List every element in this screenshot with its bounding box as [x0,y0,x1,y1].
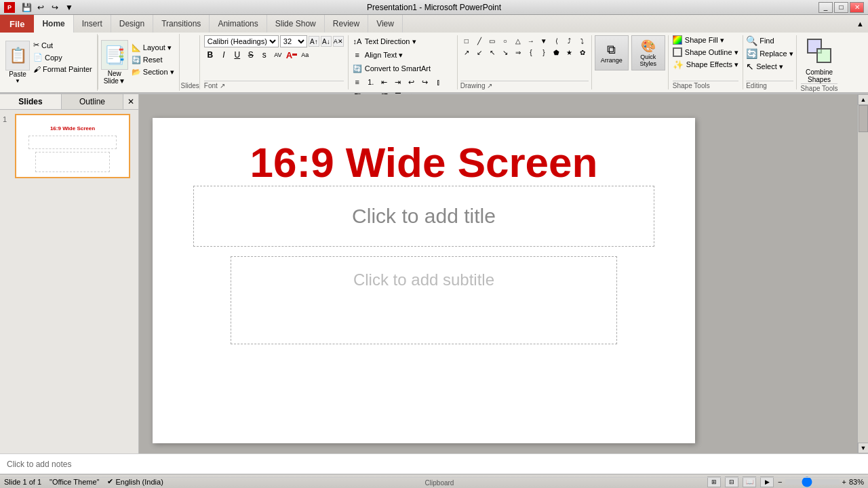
shape-btn-14[interactable]: ⇒ [512,47,524,58]
char-spacing-button[interactable]: AV [272,49,284,61]
clear-formatting-button[interactable]: A✕ [333,36,344,47]
reset-button[interactable]: 🔄 Reset [130,55,176,65]
select-button[interactable]: ↖ Select ▾ [746,61,793,72]
underline-button[interactable]: U [231,49,243,61]
bullets-button[interactable]: ≡ [351,76,363,88]
shape-btn-line[interactable]: ╱ [473,35,486,46]
qa-dropdown-button[interactable]: ▼ [63,1,75,14]
shape-outline-button[interactable]: Shape Outline ▾ [673,47,738,57]
shape-btn-7[interactable]: ⟨ [551,35,563,46]
align-text-label[interactable]: Align Text ▾ [365,51,403,60]
bold-button[interactable]: B [204,49,216,61]
slides-group: 📑 New Slide▼ 📐 Layout ▾ 🔄 Reset 📂 Sectio… [98,34,180,91]
scroll-thumb[interactable] [859,105,868,132]
shape-effects-button[interactable]: ✨ Shape Effects ▾ [673,60,738,70]
view-tab[interactable]: View [368,15,403,33]
notes-text[interactable]: Click to add notes [7,460,71,469]
animations-tab[interactable]: Animations [210,15,267,33]
slide-panel-close-button[interactable]: ✕ [123,94,138,109]
shape-btn-9[interactable]: ⤵ [576,35,589,46]
shape-btn-tri[interactable]: △ [512,35,524,46]
find-button[interactable]: 🔍 Find [746,35,793,46]
font-size-decrease-button[interactable]: A↓ [321,36,332,47]
shapes-more-button[interactable]: ▼ [538,35,550,46]
ribbon-content: 📋 Paste ▼ ✂Cut 📄Copy 🖌Format Painter Cli… [0,33,868,94]
font-color-button[interactable]: A [285,49,298,61]
shape-btn-18[interactable]: ★ [564,47,576,58]
text-direction-label[interactable]: Text Direction ▾ [365,37,416,46]
shape-btn-15[interactable]: { [525,47,537,58]
text-direction-button[interactable]: ↕A [351,35,363,47]
combine-shapes-button[interactable]: CombineShapes [804,33,834,83]
shape-btn-17[interactable]: ⬟ [551,47,563,58]
font-size-increase-button[interactable]: A↑ [309,36,319,47]
rtl-button[interactable]: ↩ [406,76,418,88]
shape-btn-oval[interactable]: ○ [499,35,511,46]
cut-button[interactable]: ✂Cut [31,40,94,50]
transitions-tab[interactable]: Transitions [153,15,210,33]
font-row1: Calibri (Headings) 32 A↑ A↓ A✕ [204,35,344,47]
file-tab[interactable]: File [0,15,34,33]
shape-btn-19[interactable]: ✿ [576,47,589,58]
title-placeholder[interactable]: Click to add title [193,186,654,247]
shape-btn-12[interactable]: ↖ [486,47,498,58]
home-tab[interactable]: Home [34,15,73,33]
copy-button[interactable]: 📄Copy [31,52,94,62]
insert-tab[interactable]: Insert [74,15,111,33]
slide-thumbnail-1[interactable]: 1 16:9 Wide Screen [3,114,136,178]
paste-button[interactable]: 📋 Paste ▼ [5,41,30,84]
inc-indent-button[interactable]: ⇥ [392,76,404,88]
redo-qa-button[interactable]: ↪ [49,1,61,14]
notes-bar[interactable]: Click to add notes [0,453,868,474]
shape-fill-button[interactable]: Shape Fill ▾ [673,35,738,45]
format-painter-button[interactable]: 🖌Format Painter [31,64,94,74]
font-size-select[interactable]: 32 [280,35,307,47]
align-text-button[interactable]: ≡ [351,49,363,61]
font-size-clear-button[interactable]: Aa [299,49,311,61]
replace-button[interactable]: 🔄 Replace ▾ [746,48,793,59]
new-slide-button[interactable]: 📑 New Slide▼ [101,40,128,85]
arrange-button[interactable]: ⧉ Arrange [595,35,629,70]
font-name-select[interactable]: Calibri (Headings) [204,35,279,47]
section-button[interactable]: 📂 Section ▾ [130,67,176,77]
maximize-button[interactable]: □ [834,2,848,13]
slide-list: 1 16:9 Wide Screen [0,110,138,453]
review-tab[interactable]: Review [325,15,368,33]
shape-btn-11[interactable]: ↙ [473,47,486,58]
shape-btn-8[interactable]: ⤴ [564,35,576,46]
minimize-button[interactable]: _ [818,2,833,13]
numbering-button[interactable]: 1. [365,76,377,88]
scroll-down-button[interactable]: ▼ [858,443,868,453]
col-button[interactable]: ⫿ [433,76,445,88]
slide-preview[interactable]: 16:9 Wide Screen [15,114,130,178]
slides-tab[interactable]: Slides [0,94,62,109]
shape-btn-13[interactable]: ↘ [499,47,511,58]
dec-indent-button[interactable]: ⇤ [378,76,391,88]
ltr-button[interactable]: ↪ [419,76,431,88]
paste-label: Paste [9,70,26,78]
slide-canvas[interactable]: 16:9 Wide Screen Click to add title Clic… [153,118,695,443]
shape-btn-arrow[interactable]: → [525,35,537,46]
shape-btn-rect2[interactable]: ▭ [486,35,498,46]
close-button[interactable]: ✕ [850,2,864,13]
convert-smartart-label[interactable]: Convert to SmartArt [365,64,431,73]
editing-group-label: Editing [746,81,793,89]
design-tab[interactable]: Design [111,15,153,33]
quick-styles-button[interactable]: 🎨 Quick Styles [631,35,665,70]
text-shadow-button[interactable]: s [258,49,271,61]
subtitle-placeholder[interactable]: Click to add subtitle [231,256,617,344]
slideshow-tab[interactable]: Slide Show [267,15,325,33]
outline-tab[interactable]: Outline [62,94,123,109]
italic-button[interactable]: I [218,49,230,61]
ribbon-collapse-button[interactable]: ▲ [856,20,864,28]
shape-btn-16[interactable]: } [538,47,550,58]
shape-btn-10[interactable]: ↗ [460,47,473,58]
save-qa-button[interactable]: 💾 [20,1,33,14]
title-bar-left: P 💾 ↩ ↪ ▼ [4,1,75,14]
convert-smartart-button[interactable]: 🔄 [351,62,363,75]
strikethrough-button[interactable]: S [245,49,257,61]
layout-button[interactable]: 📐 Layout ▾ [130,43,176,53]
scroll-up-button[interactable]: ▲ [858,94,868,105]
shape-btn-rect[interactable]: □ [460,35,473,46]
undo-qa-button[interactable]: ↩ [35,1,47,14]
